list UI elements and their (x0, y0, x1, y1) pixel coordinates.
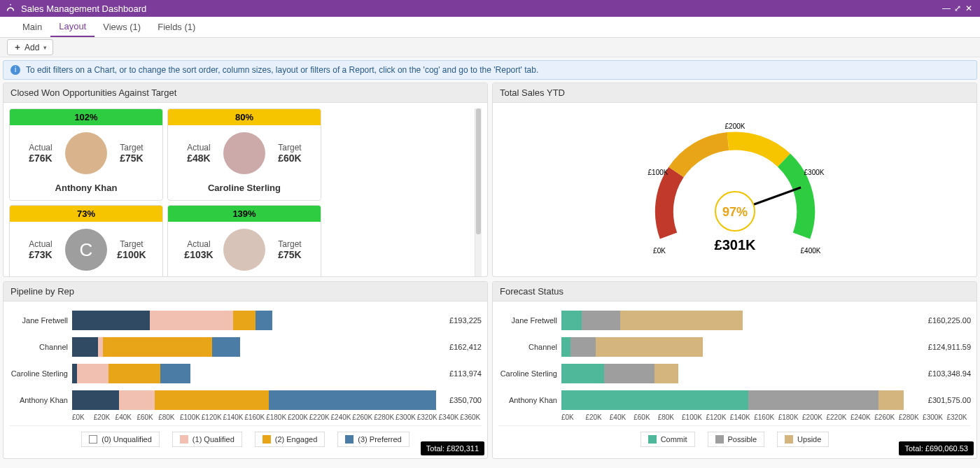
actual-label: Actual (20, 239, 62, 249)
bar-segment[interactable] (160, 364, 190, 383)
bar-segment[interactable] (596, 337, 704, 357)
bar-ylabel: Jane Fretwell (498, 316, 561, 325)
bar-total: £301,575.00 (928, 396, 971, 404)
bar-track (561, 390, 924, 410)
tab-fields-1-[interactable]: Fields (1) (149, 17, 204, 37)
bar-segment[interactable] (72, 390, 119, 410)
bar-segment[interactable] (77, 364, 108, 383)
legend-item[interactable]: Upside (777, 432, 829, 447)
legend-swatch (648, 435, 657, 444)
bar-segment[interactable] (72, 311, 150, 330)
bar-segment[interactable] (150, 311, 232, 330)
bar-segment[interactable] (748, 390, 878, 410)
bar-total: £193,225 (449, 316, 482, 325)
card-name: Jane Fretwell (168, 274, 321, 276)
bar-row: Anthony Khan£350,700 (9, 387, 482, 413)
legend-item[interactable]: Possible (708, 432, 765, 447)
restore-button[interactable]: ⤢ (952, 3, 963, 13)
minimize-button[interactable]: — (941, 3, 952, 13)
bar-track (72, 337, 445, 357)
gauge-percent: 97% (722, 205, 747, 219)
tab-main[interactable]: Main (14, 17, 50, 37)
plus-icon: ＋ (13, 41, 22, 53)
card-percent: 73% (10, 206, 162, 222)
info-icon: i (10, 65, 20, 75)
bar-row: Caroline Sterling£113,974 (9, 360, 482, 387)
bar-segment[interactable] (582, 311, 620, 330)
bar-segment[interactable] (233, 311, 256, 330)
bar-segment[interactable] (108, 364, 160, 383)
bar-track (72, 311, 445, 330)
bar-segment[interactable] (155, 390, 269, 410)
actual-value: £73K (20, 249, 62, 260)
bar-segment[interactable] (878, 390, 904, 410)
bar-segment[interactable] (561, 390, 748, 410)
chart-total: Total: £690,060.53 (899, 441, 974, 455)
bar-segment[interactable] (561, 337, 570, 357)
legend-item[interactable]: (2) Engaged (255, 432, 326, 447)
bar-total: £124,911.59 (928, 343, 971, 351)
bar-segment[interactable] (654, 364, 678, 383)
chevron-down-icon: ▾ (43, 44, 47, 51)
legend-item[interactable]: (3) Preferred (337, 432, 409, 447)
bar-segment[interactable] (72, 364, 77, 383)
legend-item[interactable]: (1) Qualified (172, 432, 242, 447)
bar-ylabel: Channel (498, 343, 561, 351)
legend-swatch (785, 435, 793, 444)
legend-swatch (262, 435, 271, 444)
closed-won-card[interactable]: 73%Actual£73KCTarget£100KChannel (9, 205, 163, 276)
tab-views-1-[interactable]: Views (1) (94, 17, 149, 37)
panel-header: Pipeline by Rep (4, 282, 487, 302)
actual-label: Actual (178, 239, 220, 249)
closed-won-card[interactable]: 102%Actual£76KTarget£75KAnthony Khan (9, 108, 163, 201)
legend-item[interactable]: Commit (640, 432, 695, 447)
bar-segment[interactable] (561, 364, 604, 383)
bar-row: Jane Fretwell£160,225.00 (498, 307, 971, 334)
panel-header: Forecast Status (493, 282, 976, 302)
scrollbar[interactable] (475, 108, 482, 276)
legend-label: (0) Unqualified (102, 435, 152, 444)
pipeline-chart: Jane Fretwell£193,225Channel£162,412Caro… (4, 302, 487, 458)
toolbar: ＋ Add ▾ (0, 38, 980, 57)
bar-segment[interactable] (72, 337, 98, 357)
bar-total: £350,700 (449, 396, 482, 404)
bar-segment[interactable] (119, 390, 155, 410)
titlebar: Sales Management Dashboard — ⤢ ✕ (0, 0, 980, 17)
bar-row: Jane Fretwell£193,225 (9, 307, 482, 334)
closed-won-card[interactable]: 80%Actual£48KTarget£60KCaroline Sterling (167, 108, 321, 201)
legend-label: (1) Qualified (192, 435, 234, 444)
bar-row: Caroline Sterling£103,348.94 (498, 360, 971, 387)
legend-item[interactable]: (0) Unqualified (81, 432, 160, 447)
bar-segment[interactable] (570, 337, 596, 357)
close-button[interactable]: ✕ (963, 3, 974, 13)
svg-text:£100K: £100K (648, 169, 668, 176)
target-label: Target (269, 143, 311, 153)
bar-segment[interactable] (620, 311, 743, 330)
x-axis: £0K£20K£40K£60K£80K£100K£120K£140K£160K£… (72, 413, 482, 421)
bar-ylabel: Caroline Sterling (9, 369, 72, 378)
bar-segment[interactable] (212, 337, 240, 357)
bar-segment[interactable] (269, 390, 435, 410)
add-button[interactable]: ＋ Add ▾ (7, 39, 53, 55)
actual-label: Actual (178, 143, 220, 153)
scrollbar-thumb[interactable] (476, 108, 481, 234)
bar-segment[interactable] (561, 311, 582, 330)
panel-header: Closed Won Opportunities Against Target (4, 83, 487, 103)
bar-segment[interactable] (103, 337, 211, 357)
panel-closed-won: Closed Won Opportunities Against Target … (3, 83, 488, 277)
bar-segment[interactable] (604, 364, 654, 383)
card-percent: 102% (10, 109, 162, 125)
bar-segment[interactable] (255, 311, 272, 330)
legend-swatch (345, 435, 354, 444)
target-label: Target (111, 239, 153, 249)
chart-total: Total: £820,311 (421, 441, 484, 455)
bar-segment[interactable] (98, 337, 103, 357)
tab-layout[interactable]: Layout (50, 17, 94, 38)
bar-ylabel: Channel (9, 343, 72, 351)
target-label: Target (269, 239, 311, 249)
gauge-value: £301K (714, 237, 755, 253)
card-percent: 80% (168, 109, 321, 125)
closed-won-card[interactable]: 139%Actual£103KTarget£75KJane Fretwell (167, 205, 321, 276)
dashboard-icon (6, 3, 15, 15)
legend-label: Upside (797, 435, 821, 444)
